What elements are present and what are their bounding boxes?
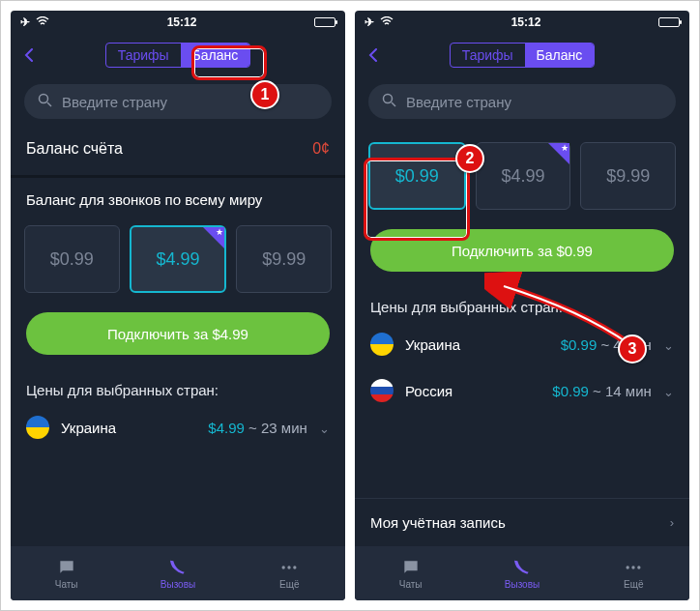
svg-point-5 <box>627 566 629 568</box>
svg-point-6 <box>632 566 635 568</box>
tab-tariffs[interactable]: Тарифы <box>106 44 181 67</box>
svg-point-0 <box>40 95 48 103</box>
more-icon <box>624 558 643 577</box>
price-value: $4.99 <box>208 420 245 436</box>
airplane-icon: ✈︎ <box>20 15 30 29</box>
flag-ukraine-icon <box>26 416 49 439</box>
time-value: ~ 4 мин <box>600 336 651 353</box>
country-label: Россия <box>405 383 452 399</box>
price-option-0[interactable]: $0.99 <box>368 142 466 210</box>
country-label: Украина <box>61 420 116 436</box>
search-icon <box>38 93 52 110</box>
price-list-title: Цены для выбранных стран: <box>355 287 689 321</box>
segmented-control: Тарифы Баланс <box>450 43 596 68</box>
svg-point-3 <box>293 566 296 568</box>
price-option-2[interactable]: $9.99 <box>236 225 332 293</box>
account-row[interactable]: Моя учётная запись › <box>355 498 689 546</box>
phone-right: ✈︎ 15:12 Тарифы Баланс Введите страну $0… <box>355 11 689 600</box>
clock: 15:12 <box>511 15 541 29</box>
worldwide-title: Баланс для звонков по всему миру <box>11 178 345 216</box>
chat-icon <box>57 558 76 577</box>
tab-bar: Чаты Вызовы Ещё <box>11 546 345 600</box>
chevron-down-icon: ⌄ <box>319 422 330 436</box>
svg-point-2 <box>288 566 291 568</box>
tab-chats[interactable]: Чаты <box>11 546 122 600</box>
clock: 15:12 <box>167 15 197 29</box>
search-input[interactable]: Введите страну <box>24 84 332 119</box>
flag-russia-icon <box>370 379 394 402</box>
price-options: $0.99 $4.99 $9.99 <box>355 127 689 223</box>
tab-balance[interactable]: Баланс <box>181 44 250 67</box>
status-bar: ✈︎ 15:12 <box>355 11 689 34</box>
phone-icon <box>168 558 188 577</box>
top-bar: Тарифы Баланс <box>11 34 345 76</box>
price-option-1[interactable]: $4.99 <box>130 225 227 293</box>
battery-icon <box>314 17 335 27</box>
price-options: $0.99 $4.99 $9.99 <box>11 216 345 306</box>
back-button[interactable] <box>363 44 386 67</box>
balance-label: Баланс счёта <box>26 140 123 158</box>
battery-icon <box>658 17 680 27</box>
star-icon <box>203 227 224 248</box>
tab-calls[interactable]: Вызовы <box>122 546 233 600</box>
tab-more[interactable]: Ещё <box>578 546 689 600</box>
top-bar: Тарифы Баланс <box>355 34 689 76</box>
tab-bar: Чаты Вызовы Ещё <box>355 546 689 600</box>
balance-row: Баланс счёта 0¢ <box>11 127 345 178</box>
price-option-1[interactable]: $4.99 <box>476 142 571 210</box>
chevron-down-icon: ⌄ <box>663 385 674 399</box>
price-option-0[interactable]: $0.99 <box>24 225 120 293</box>
price-list-item-russia[interactable]: Россия $0.99 ~ 14 мин ⌄ <box>355 367 689 414</box>
back-button[interactable] <box>18 44 42 67</box>
star-icon <box>548 143 569 164</box>
wifi-icon <box>380 15 394 29</box>
wifi-icon <box>36 15 49 29</box>
time-value: ~ 23 мин <box>248 420 307 436</box>
connect-button[interactable]: Подключить за $0.99 <box>370 229 674 272</box>
balance-value: 0¢ <box>312 140 330 158</box>
search-placeholder: Введите страну <box>406 94 511 110</box>
tab-tariffs[interactable]: Тарифы <box>451 44 525 67</box>
chevron-down-icon: ⌄ <box>663 338 674 353</box>
search-input[interactable]: Введите страну <box>368 84 676 119</box>
phone-left: ✈︎ 15:12 Тарифы Баланс Введите страну Ба… <box>11 11 345 600</box>
search-icon <box>382 93 396 110</box>
svg-point-4 <box>384 95 393 103</box>
chevron-right-icon: › <box>670 515 674 530</box>
svg-point-7 <box>637 566 640 568</box>
country-label: Украина <box>405 336 460 353</box>
tab-chats[interactable]: Чаты <box>355 546 466 600</box>
price-option-2[interactable]: $9.99 <box>580 142 676 210</box>
connect-button[interactable]: Подключить за $4.99 <box>26 312 330 355</box>
phone-icon <box>512 558 532 577</box>
price-list-item-ukraine[interactable]: Украина $4.99 ~ 23 мин ⌄ <box>11 404 345 451</box>
account-label: Моя учётная запись <box>370 514 506 531</box>
flag-ukraine-icon <box>370 333 394 356</box>
tab-calls[interactable]: Вызовы <box>466 546 577 600</box>
status-bar: ✈︎ 15:12 <box>11 11 345 34</box>
tab-more[interactable]: Ещё <box>234 546 345 600</box>
price-value: $0.99 <box>552 383 589 399</box>
price-value: $0.99 <box>561 336 598 353</box>
tab-balance[interactable]: Баланс <box>525 44 595 67</box>
more-icon <box>279 558 299 577</box>
airplane-icon: ✈︎ <box>365 15 374 29</box>
price-list-title: Цены для выбранных стран: <box>11 370 345 404</box>
chat-icon <box>401 558 421 577</box>
segmented-control: Тарифы Баланс <box>105 43 251 68</box>
price-list-item-ukraine[interactable]: Украина $0.99 ~ 4 мин ⌄ <box>355 321 689 367</box>
search-placeholder: Введите страну <box>62 94 167 110</box>
time-value: ~ 14 мин <box>593 383 652 399</box>
svg-point-1 <box>282 566 285 568</box>
